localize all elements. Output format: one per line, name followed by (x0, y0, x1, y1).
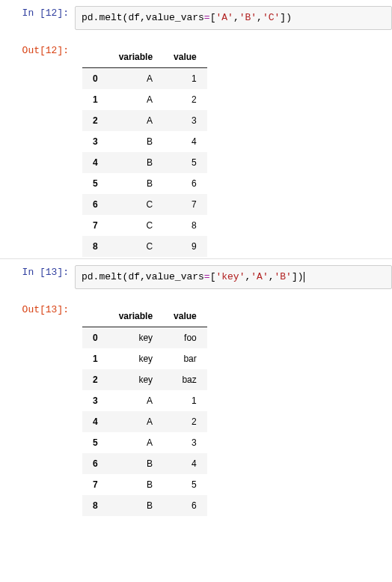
row-index: 2 (82, 110, 108, 131)
index-corner (82, 306, 108, 327)
table-row: 6C7 (82, 194, 207, 215)
cell: 5 (163, 152, 207, 173)
code-token: value_vars (146, 12, 204, 23)
row-index: 1 (82, 348, 108, 369)
cell: B (108, 474, 163, 495)
cell: A (108, 89, 163, 110)
code-input[interactable]: pd.melt(df,value_vars=['key','A','B']) (75, 265, 392, 289)
code-token: ] (292, 271, 298, 282)
dataframe-table: variable value 0keyfoo 1keybar 2keybaz 3… (82, 306, 207, 516)
code-token: 'C' (263, 12, 280, 23)
row-index: 3 (82, 390, 108, 411)
code-token: , (257, 12, 263, 23)
output-cell-12: Out[12]: variable value 0A1 1A2 2A3 3B4 … (0, 37, 392, 259)
cell: 5 (163, 474, 207, 495)
row-index: 5 (82, 173, 108, 194)
row-index: 5 (82, 432, 108, 453)
col-header: value (163, 306, 207, 327)
code-token: , (233, 12, 239, 23)
code-token: df, (128, 271, 145, 282)
cell: A (108, 68, 163, 90)
cell: C (108, 194, 163, 215)
cell: key (108, 348, 163, 369)
output-prompt: Out[13]: (0, 300, 75, 516)
row-index: 7 (82, 215, 108, 236)
cell: 9 (163, 236, 207, 257)
input-cell-12: In [12]: pd.melt(df,value_vars=['A','B',… (0, 0, 392, 37)
code-token: pd.melt (82, 271, 123, 282)
code-token: 'B' (239, 12, 257, 23)
cell: 2 (163, 411, 207, 432)
cell: B (108, 152, 163, 173)
index-corner (82, 46, 108, 68)
table-row: 4B5 (82, 152, 207, 173)
cell: B (108, 495, 163, 516)
code-token: ) (298, 271, 304, 282)
code-input[interactable]: pd.melt(df,value_vars=['A','B','C']) (75, 6, 392, 30)
cell: A (108, 432, 163, 453)
cell: 4 (163, 131, 207, 152)
code-token: = (204, 271, 210, 282)
table-row: 6B4 (82, 453, 207, 474)
row-index: 1 (82, 89, 108, 110)
code-token: df, (128, 12, 145, 23)
table-row: 1keybar (82, 348, 207, 369)
cell: bar (163, 348, 207, 369)
table-row: 8B6 (82, 495, 207, 516)
cell: A (108, 110, 163, 131)
input-cell-13: In [13]: pd.melt(df,value_vars=['key','A… (0, 259, 392, 297)
dataframe-table: variable value 0A1 1A2 2A3 3B4 4B5 5B6 6… (82, 46, 207, 257)
cell: 6 (163, 173, 207, 194)
cell: 8 (163, 215, 207, 236)
row-index: 0 (82, 68, 108, 90)
row-index: 8 (82, 495, 108, 516)
row-index: 4 (82, 152, 108, 173)
table-row: 7C8 (82, 215, 207, 236)
table-row: 5A3 (82, 432, 207, 453)
table-row: 8C9 (82, 236, 207, 257)
cell: B (108, 131, 163, 152)
cell: 4 (163, 453, 207, 474)
cell: C (108, 215, 163, 236)
row-index: 7 (82, 474, 108, 495)
table-row: 0keyfoo (82, 327, 207, 349)
cell: 1 (163, 68, 207, 90)
table-row: 1A2 (82, 89, 207, 110)
table-row: 5B6 (82, 173, 207, 194)
row-index: 8 (82, 236, 108, 257)
table-row: 4A2 (82, 411, 207, 432)
row-index: 6 (82, 194, 108, 215)
col-header: variable (108, 46, 163, 68)
row-index: 3 (82, 131, 108, 152)
code-token: 'A' (215, 12, 233, 23)
row-index: 0 (82, 327, 108, 349)
table-row: 7B5 (82, 474, 207, 495)
cell: A (108, 411, 163, 432)
row-index: 4 (82, 411, 108, 432)
code-token: 'key' (215, 271, 245, 282)
cell: key (108, 327, 163, 349)
cell: 7 (163, 194, 207, 215)
table-row: 3B4 (82, 131, 207, 152)
code-token: 'A' (251, 271, 268, 282)
cell: C (108, 236, 163, 257)
cell: 3 (163, 432, 207, 453)
col-header: variable (108, 306, 163, 327)
code-token: pd.melt (82, 12, 123, 23)
cell: 3 (163, 110, 207, 131)
code-token: 'B' (275, 271, 292, 282)
text-cursor (304, 272, 304, 282)
cell: foo (163, 327, 207, 349)
col-header: value (163, 46, 207, 68)
code-token: ] (280, 12, 286, 23)
code-token: = (204, 12, 210, 23)
table-row: 2A3 (82, 110, 207, 131)
code-token: value_vars (146, 271, 204, 282)
output-prompt: Out[12]: (0, 40, 75, 257)
code-token: ) (286, 12, 292, 23)
row-index: 6 (82, 453, 108, 474)
cell: key (108, 369, 163, 390)
cell: B (108, 453, 163, 474)
table-row: 0A1 (82, 68, 207, 90)
row-index: 2 (82, 369, 108, 390)
